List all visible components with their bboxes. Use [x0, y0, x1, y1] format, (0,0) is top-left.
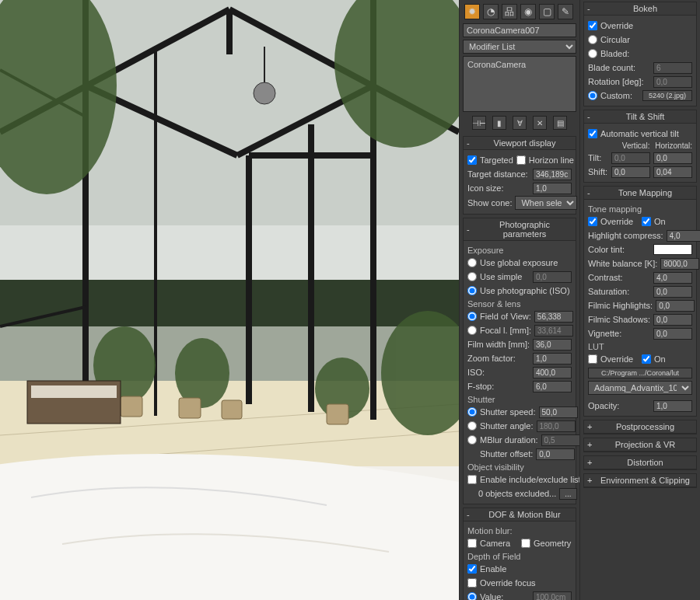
bokeh-circular-radio[interactable]	[588, 35, 597, 44]
shift-v-spinner[interactable]	[611, 166, 650, 178]
rollout-header-tone[interactable]: -Tone Mapping	[584, 187, 696, 200]
rollout-header-projection[interactable]: +Projection & VR	[584, 438, 696, 452]
icon-size-spinner[interactable]	[533, 183, 572, 194]
excluded-button[interactable]: ...	[559, 488, 576, 500]
bokeh-override-checkbox[interactable]	[588, 21, 597, 30]
wb-spinner[interactable]	[660, 258, 699, 270]
hc-spinner[interactable]	[667, 230, 700, 242]
use-global-radio[interactable]	[467, 258, 477, 267]
target-distance-spinner[interactable]	[533, 169, 572, 180]
focal-spinner[interactable]	[534, 325, 573, 337]
soff-spinner[interactable]	[536, 448, 575, 460]
rollout-header-tilt[interactable]: -Tilt & Shift	[584, 110, 696, 124]
sangle-spinner[interactable]	[537, 420, 576, 432]
display-tab-icon[interactable]: ▢	[539, 4, 555, 19]
focal-radio[interactable]	[467, 326, 477, 335]
dof-enable-checkbox[interactable]	[467, 564, 477, 574]
zoom-spinner[interactable]	[533, 353, 572, 365]
fov-spinner[interactable]	[534, 311, 573, 323]
bokeh-bladed-radio[interactable]	[588, 49, 597, 58]
bokeh-custom-button[interactable]: 5240 (2.jpg)	[642, 90, 692, 101]
show-cone-dropdown[interactable]: When selected	[515, 196, 577, 210]
modifier-stack[interactable]: CoronaCamera	[463, 56, 576, 112]
sensor-subheader: Sensor & lens	[467, 299, 572, 309]
lut-on-checkbox[interactable]	[642, 354, 651, 364]
targeted-checkbox[interactable]	[467, 155, 477, 165]
sspeed-spinner[interactable]	[539, 406, 578, 418]
shutter-subheader: Shutter	[467, 395, 572, 404]
create-tab-icon[interactable]: ✹	[464, 4, 480, 19]
tone-override-checkbox[interactable]	[588, 217, 597, 226]
svg-rect-1	[0, 225, 459, 280]
horizon-checkbox[interactable]	[516, 155, 526, 165]
fstop-spinner[interactable]	[533, 381, 572, 392]
iso-spinner[interactable]	[533, 367, 572, 378]
fov-radio[interactable]	[467, 312, 477, 321]
mblur-geometry-checkbox[interactable]	[521, 539, 530, 548]
tilt-h-spinner[interactable]	[653, 152, 692, 164]
icon-size-label: Icon size:	[467, 183, 530, 193]
tone-on-checkbox[interactable]	[642, 217, 651, 226]
rollout-photographic: -Photographic parameters Exposure Use gl…	[463, 218, 576, 504]
blade-count-spinner[interactable]	[653, 62, 692, 74]
rollout-header-distortion[interactable]: +Distortion	[584, 456, 696, 469]
sat-spinner[interactable]	[653, 286, 692, 298]
use-simple-radio[interactable]	[467, 272, 477, 281]
film-spinner[interactable]	[533, 339, 572, 351]
shift-h-spinner[interactable]	[653, 166, 692, 178]
simple-spinner[interactable]	[533, 271, 572, 283]
mblur-radio[interactable]	[467, 435, 477, 445]
auto-tilt-checkbox[interactable]	[588, 129, 597, 138]
target-distance-label: Target distance:	[467, 169, 530, 179]
hierarchy-tab-icon[interactable]: 品	[502, 4, 517, 19]
sangle-radio[interactable]	[467, 421, 477, 431]
pin-stack-icon[interactable]: ⊣⊢	[472, 116, 486, 130]
rollout-header-dof[interactable]: -DOF & Motion Blur	[464, 508, 576, 522]
enable-list-checkbox[interactable]	[467, 475, 477, 484]
svg-rect-29	[121, 396, 142, 417]
modifier-list-dropdown[interactable]: Modifier List	[463, 40, 576, 54]
bokeh-rotation-spinner[interactable]	[653, 76, 692, 88]
rollout-header-photo[interactable]: -Photographic parameters	[464, 218, 576, 241]
rollout-header-bokeh[interactable]: -Bokeh	[584, 2, 696, 16]
rollout-distortion: +Distortion	[583, 455, 697, 470]
make-unique-icon[interactable]: ∀	[513, 116, 527, 130]
svg-rect-34	[31, 385, 117, 398]
rollout-header-viewport[interactable]: -Viewport display	[464, 137, 576, 150]
utilities-tab-icon[interactable]: ✎	[558, 4, 573, 19]
sspeed-radio[interactable]	[467, 407, 477, 417]
mblur-spinner[interactable]	[541, 434, 579, 446]
stack-item-camera[interactable]: CoronaCamera	[466, 59, 573, 70]
show-end-result-icon[interactable]: ▮	[492, 116, 506, 130]
dof-value-spinner[interactable]	[533, 591, 572, 601]
rollout-dof: -DOF & Motion Blur Motion blur: Camera G…	[463, 508, 576, 600]
lut-dropdown[interactable]: Adanmq_Advantix_100	[588, 381, 692, 395]
svg-rect-2	[0, 280, 459, 326]
fh-spinner[interactable]	[656, 300, 695, 312]
rollout-tilt-shift: -Tilt & Shift Automatic vertical tilt Ve…	[583, 110, 697, 183]
dof-value-radio[interactable]	[467, 592, 477, 600]
color-tint-swatch[interactable]	[653, 244, 692, 255]
contrast-spinner[interactable]	[653, 272, 692, 284]
rollout-header-env[interactable]: +Environment & Clipping	[584, 474, 696, 487]
tilt-v-spinner[interactable]	[611, 152, 650, 164]
lut-override-checkbox[interactable]	[588, 354, 597, 364]
remove-modifier-icon[interactable]: ✕	[533, 116, 547, 130]
bokeh-custom-radio[interactable]	[588, 91, 597, 100]
use-iso-radio[interactable]	[467, 286, 477, 295]
svg-rect-32	[327, 404, 348, 424]
show-cone-label: Show cone:	[467, 198, 512, 208]
dof-override-checkbox[interactable]	[467, 578, 477, 588]
rollout-bokeh: -Bokeh Override Circular Bladed: Blade c…	[583, 2, 697, 106]
mblur-camera-checkbox[interactable]	[467, 539, 477, 548]
lut-path-button[interactable]: C:/Program .../Corona/lut	[588, 368, 692, 378]
object-name-field[interactable]	[463, 23, 576, 37]
configure-sets-icon[interactable]: ▤	[553, 116, 567, 130]
modify-tab-icon[interactable]: ◔	[483, 4, 499, 19]
viewport-illustration	[0, 0, 459, 600]
fs-spinner[interactable]	[653, 314, 692, 326]
lut-opacity-spinner[interactable]	[653, 400, 692, 412]
vig-spinner[interactable]	[653, 328, 692, 340]
motion-tab-icon[interactable]: ◉	[520, 4, 536, 19]
rollout-header-post[interactable]: +Postprocessing	[584, 420, 696, 434]
